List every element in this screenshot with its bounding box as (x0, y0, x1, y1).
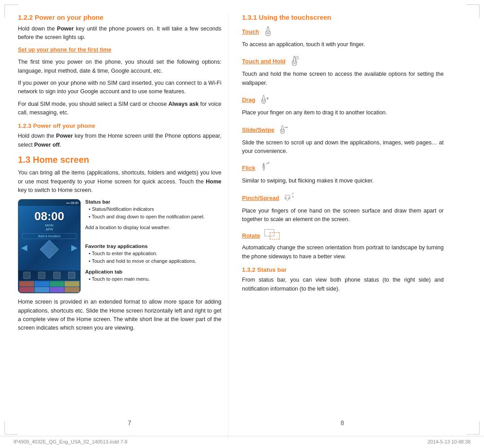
flick-gesture-icon (258, 161, 271, 175)
phone-icon-3 (53, 272, 60, 279)
app-cell-4 (65, 281, 79, 287)
touch-para: To access an application, touch it with … (242, 40, 444, 49)
phone-icon-2 (38, 272, 45, 279)
footer-right: 2014-5-13 10:48:38 (428, 439, 471, 444)
flick-label: Flick (242, 161, 271, 175)
app-cell-8 (65, 287, 79, 292)
app-cell-2 (35, 281, 49, 287)
phone-screen: ▪▪▪ 08:00 08:00 MONAPR Add a location ◀ … (18, 199, 81, 293)
phone-arrow-left: ◀ (21, 243, 27, 256)
flick-item: Flick Similar to swiping, but flicking m… (242, 161, 444, 185)
page-footer: IP4909_4032E_QG_Eng_USA_02_140513.indd 7… (0, 436, 484, 444)
pinchspread-gesture-icon (282, 191, 294, 205)
drag-label-text: Drag (242, 96, 255, 103)
annotation-location-text: Add a location to display local weather. (85, 225, 221, 230)
touchhold-label-text: Touch and Hold (242, 58, 285, 65)
section-13-title: 1.3 Home screen (18, 155, 221, 165)
slideswipe-label: Slide/Swipe (242, 123, 290, 137)
touch-label: Touch (242, 25, 274, 39)
touch-item: Touch To access an application, touch it… (242, 25, 444, 49)
phone-icon-4 (68, 272, 75, 279)
section-131-title: 1.3.1 Using the touchscreen (242, 13, 444, 21)
drag-para: Place your finger on any item to drag it… (242, 109, 444, 117)
page-number-left: 7 (128, 419, 131, 426)
section-13-para1: You can bring all the items (application… (18, 169, 221, 195)
section-122-para3: If you power on your phone with no SIM c… (18, 79, 221, 96)
annotation-apptab-b1: Touch to open main menu. (85, 275, 221, 283)
pinchspread-para: Place your fingers of one hand on the sc… (242, 207, 444, 224)
phone-arrow-right: ▶ (71, 243, 78, 256)
drag-label: Drag (242, 93, 271, 107)
left-page: 1.2.2 Power on your phone Hold down the … (9, 13, 229, 439)
section-122-title: 1.2.2 Power on your phone (18, 13, 221, 21)
corner-mark-bl (4, 421, 18, 435)
phone-icon-1 (23, 272, 30, 279)
annotation-statusbar-title: Status bar (85, 199, 221, 204)
annotation-statusbar-b1: Status/Notification indicators (85, 205, 221, 213)
pinchspread-label: Pinch/Spread (242, 191, 294, 205)
phone-location: Add a location (22, 233, 77, 239)
touchhold-label: Touch and Hold (242, 54, 301, 68)
rotate-icon-box (264, 229, 284, 242)
rotate-item: Rotate Automatically change the screen o… (242, 229, 444, 261)
phone-status-bar: ▪▪▪ 08:00 (18, 200, 80, 206)
phone-annotations: Status bar Status/Notification indicator… (85, 199, 221, 287)
slideswipe-label-text: Slide/Swipe (242, 126, 274, 133)
rotate-para: Automatically change the screen orientat… (242, 244, 444, 261)
section-123-title: 1.2.3 Power off your phone (18, 122, 221, 129)
touch-gesture-icon (262, 25, 274, 39)
corner-mark-tl (4, 4, 18, 18)
section-122-para2: The first time you power on the phone, y… (18, 58, 221, 75)
flick-para: Similar to swiping, but flicking makes i… (242, 177, 444, 185)
section-122-para4: For dual SIM mode, you should select a S… (18, 100, 221, 117)
annotation-favorites-title: Favorite tray applications (85, 244, 221, 249)
rotate-label: Rotate (242, 229, 284, 242)
annotation-location: Add a location to display local weather. (85, 225, 221, 230)
annotation-apptab-title: Application tab (85, 269, 221, 274)
corner-mark-tr (466, 4, 480, 18)
corner-mark-br (466, 421, 480, 435)
footer-left: IP4909_4032E_QG_Eng_USA_02_140513.indd 7… (13, 439, 127, 444)
app-cell-5 (19, 287, 34, 292)
setup-link[interactable]: Set up your phone for the first time (18, 47, 111, 53)
app-cell-3 (50, 281, 65, 287)
section-123-para1: Hold down the Power key from the Home sc… (18, 132, 221, 149)
touchhold-item: Touch and Hold Touch and hold the home s… (242, 54, 444, 87)
section-122-sublink-para: Set up your phone for the first time (18, 46, 221, 54)
slideswipe-item: Slide/Swipe Slide the screen to scroll u… (242, 123, 444, 156)
phone-diamond (40, 240, 59, 259)
app-cell-7 (50, 287, 65, 292)
phone-arrows: ◀ ▶ (18, 241, 80, 258)
section-13-para2: Home screen is provided in an extended f… (18, 298, 221, 333)
touch-label-text: Touch (242, 28, 259, 35)
annotation-statusbar-b2: Touch and drag down to open the notifica… (85, 213, 221, 221)
pinchspread-item: Pinch/Spread Place your fingers of one h… (242, 191, 444, 224)
section-132-para1: From status bar, you can view both phone… (242, 276, 444, 293)
app-cell-6 (35, 287, 49, 292)
flick-label-text: Flick (242, 165, 255, 171)
phone-time-display: 08:00 (18, 209, 80, 223)
phone-time-small: MONAPR (18, 223, 80, 231)
annotation-apptab: Application tab Touch to open main menu. (85, 269, 221, 283)
page-number-right: 8 (341, 419, 344, 426)
svg-point-0 (296, 57, 298, 59)
right-page: 1.3.1 Using the touchscreen Touch To acc… (233, 13, 453, 439)
annotation-statusbar: Status bar Status/Notification indicator… (85, 199, 221, 220)
annotation-favorites-b1: Touch to enter the application. (85, 250, 221, 257)
annotation-favorites: Favorite tray applications Touch to ente… (85, 244, 221, 265)
pinchspread-label-text: Pinch/Spread (242, 195, 279, 201)
drag-gesture-icon (258, 93, 271, 107)
app-cell-1 (19, 281, 34, 287)
section-122-para1: Hold down the Power key until the phone … (18, 25, 221, 42)
drag-item: Drag Place your finger on any item to dr… (242, 93, 444, 117)
phone-illustration-area: ▪▪▪ 08:00 08:00 MONAPR Add a location ◀ … (18, 199, 221, 293)
phone-bottom-icons (18, 270, 80, 280)
phone-app-grid (18, 281, 80, 293)
slideswipe-gesture-icon (277, 123, 290, 137)
slideswipe-para: Slide the screen to scroll up and down t… (242, 139, 444, 156)
rotate-label-text: Rotate (242, 232, 260, 239)
touchhold-gesture-icon (288, 54, 301, 68)
section-132-title: 1.3.2 Status bar (242, 266, 444, 273)
annotation-favorites-b2: Touch and hold to move or change applica… (85, 257, 221, 265)
rotate-rect-2 (270, 232, 280, 239)
